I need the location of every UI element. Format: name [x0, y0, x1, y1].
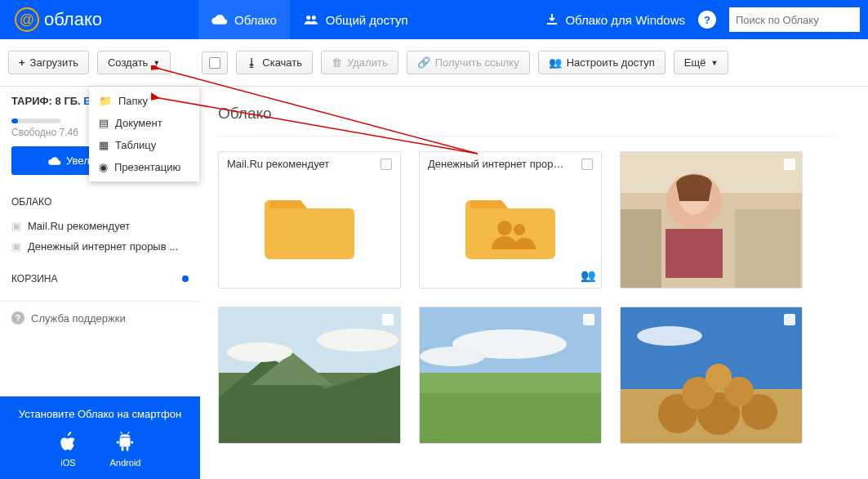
svg-rect-19 [621, 209, 661, 289]
upload-button[interactable]: +Загрузить [8, 51, 89, 74]
svg-point-39 [637, 326, 702, 346]
breadcrumb: Облако [218, 87, 835, 137]
support-label: Служба поддержки [31, 312, 126, 325]
image-tile[interactable] [620, 151, 803, 289]
svg-point-0 [306, 16, 310, 20]
svg-rect-9 [127, 446, 129, 450]
header-right: Облако для Windows ? [545, 0, 868, 39]
download-button[interactable]: ⭳Скачать [236, 51, 313, 74]
create-table-item[interactable]: ▦Таблицу [89, 134, 199, 156]
sidebar-item-money[interactable]: ▣Денежный интернет прорыв ... [11, 236, 189, 257]
create-table-label: Таблицу [115, 139, 156, 151]
cloud-icon [211, 14, 228, 25]
file-grid: Mail.Ru рекомендует Денежный интернет пр… [218, 137, 844, 459]
presentation-icon: ◉ [99, 161, 108, 173]
svg-rect-27 [420, 385, 602, 444]
shared-badge-icon: 👥 [581, 268, 596, 283]
right-strip [844, 87, 868, 479]
create-button[interactable]: Создать▼ [97, 51, 171, 74]
image-tile[interactable] [620, 307, 803, 444]
delete-label: Удалить [347, 56, 388, 69]
photo-thumbnail [621, 152, 803, 289]
section-cloud: ОБЛАКО ▣Mail.Ru рекомендует ▣Денежный ин… [0, 188, 200, 265]
more-label: Ещё [684, 56, 706, 69]
help-icon[interactable]: ? [698, 11, 716, 29]
promo-ios[interactable]: iOS [60, 432, 78, 468]
tariff-label: ТАРИФ: 8 ГБ. [11, 95, 81, 107]
more-button[interactable]: Ещё▼ [674, 51, 729, 74]
promo-android-label: Android [110, 458, 141, 468]
svg-rect-8 [122, 446, 124, 450]
storage-progress [11, 119, 60, 123]
promo-android[interactable]: Android [110, 432, 141, 468]
create-document-label: Документ [115, 117, 162, 129]
create-document-item[interactable]: ▤Документ [89, 112, 199, 134]
folder-shared-icon [465, 189, 555, 262]
storage-progress-fill [11, 119, 18, 123]
tile-checkbox[interactable] [581, 159, 593, 170]
svg-point-25 [317, 329, 398, 351]
chevron-down-icon: ▼ [710, 59, 718, 67]
users-icon [303, 14, 319, 25]
mailru-at-icon: @ [15, 7, 39, 32]
tile-checkbox[interactable] [784, 314, 795, 325]
link-icon: 🔗 [417, 56, 430, 69]
main-content: Облако Mail.Ru рекомендует Денежный инте… [200, 87, 844, 479]
nav-cloud[interactable]: Облако [198, 0, 290, 39]
folder-icon: ▣ [11, 220, 21, 232]
tile-checkbox[interactable] [382, 314, 394, 325]
get-link-button[interactable]: 🔗Получить ссылку [407, 51, 530, 74]
document-icon: ▤ [99, 117, 109, 129]
image-tile[interactable] [218, 307, 401, 444]
create-presentation-label: Презентацию [114, 161, 180, 173]
tile-label: Денежный интернет проры… [428, 158, 567, 170]
share-access-button[interactable]: 👥Настроить доступ [538, 51, 665, 74]
select-all-checkbox[interactable] [202, 51, 228, 74]
svg-point-1 [312, 16, 316, 20]
photo-thumbnail [219, 307, 401, 444]
main-nav: Облако Общий доступ [198, 0, 421, 39]
tile-checkbox[interactable] [784, 159, 795, 170]
top-header: @ облако Облако Общий доступ Облако для … [0, 0, 868, 39]
create-presentation-item[interactable]: ◉Презентацию [89, 156, 199, 178]
section-trash: КОРЗИНА [0, 265, 200, 301]
upload-label: Загрузить [30, 56, 78, 69]
toolbar: +Загрузить Создать▼ ⭳Скачать 🗑Удалить 🔗П… [0, 39, 868, 87]
checkbox-icon [209, 57, 220, 69]
photo-thumbnail [420, 307, 602, 444]
create-folder-label: Папку [118, 95, 148, 107]
trash-icon: 🗑 [332, 56, 342, 69]
brand-logo[interactable]: @ облако [0, 7, 117, 32]
trash-indicator-dot [182, 275, 189, 282]
create-folder-item[interactable]: 📁Папку [89, 90, 199, 112]
windows-download-link[interactable]: Облако для Windows [545, 0, 685, 39]
folder-tile-shared[interactable]: Денежный интернет проры… 👥 [419, 151, 602, 289]
image-tile[interactable] [419, 307, 602, 444]
folder-tile[interactable]: Mail.Ru рекомендует [218, 151, 401, 289]
svg-point-24 [227, 342, 292, 362]
delete-button[interactable]: 🗑Удалить [321, 51, 398, 74]
cloud-icon [48, 156, 61, 166]
support-link[interactable]: ? Служба поддержки [0, 301, 200, 334]
tile-checkbox[interactable] [583, 314, 594, 325]
sidebar-item-label: Mail.Ru рекомендует [28, 220, 130, 232]
sidebar-item-mailru[interactable]: ▣Mail.Ru рекомендует [11, 216, 189, 236]
sidebar-item-label: Денежный интернет прорыв ... [28, 240, 178, 253]
mobile-promo: Установите Облако на смартфон iOS Androi… [0, 396, 200, 479]
nav-cloud-label: Облако [234, 13, 277, 27]
folder-icon: ▣ [11, 240, 21, 253]
question-icon: ? [11, 311, 24, 325]
folder-icon [265, 189, 354, 262]
search-input[interactable] [729, 7, 860, 32]
nav-shared-label: Общий доступ [326, 13, 408, 27]
tile-checkbox[interactable] [381, 159, 392, 170]
trash-label: КОРЗИНА [11, 273, 57, 284]
section-trash-title[interactable]: КОРЗИНА [11, 273, 189, 284]
svg-rect-28 [420, 373, 602, 393]
svg-point-12 [497, 221, 512, 235]
nav-shared[interactable]: Общий доступ [290, 0, 421, 39]
tile-label: Mail.Ru рекомендует [227, 158, 329, 170]
svg-point-6 [117, 441, 119, 443]
folder-icon: 📁 [99, 95, 112, 107]
windows-link-label: Облако для Windows [565, 13, 685, 27]
